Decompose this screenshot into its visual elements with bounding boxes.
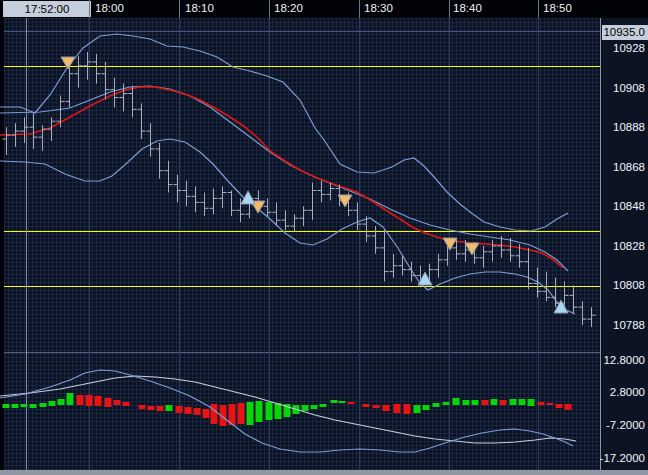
time-axis-label: 18:40 bbox=[453, 2, 482, 14]
price-axis-label: -7.2000 bbox=[606, 418, 645, 432]
time-axis-tick bbox=[269, 0, 270, 18]
time-axis-label: 18:50 bbox=[543, 2, 572, 14]
price-axis-label: 10808 bbox=[613, 278, 645, 292]
price-axis-label: -17.2000 bbox=[600, 451, 645, 465]
time-axis-tick bbox=[449, 0, 450, 18]
bottom-window-border bbox=[0, 470, 648, 475]
oscillator-panel[interactable] bbox=[4, 352, 600, 470]
main-chart-panel[interactable] bbox=[4, 18, 600, 352]
price-axis-label: 10788 bbox=[613, 318, 645, 332]
left-window-border bbox=[0, 18, 4, 470]
time-axis-tick bbox=[89, 0, 90, 18]
price-axis-label: 10828 bbox=[613, 239, 645, 253]
cursor-price-readout: 10935.0 bbox=[602, 25, 648, 40]
price-axis-label: 2.8000 bbox=[610, 385, 645, 399]
price-axis-label: 10848 bbox=[613, 199, 645, 213]
chart-window: 17:52:00 18:0018:1018:2018:3018:4018:50 … bbox=[0, 0, 648, 475]
time-axis-label: 18:10 bbox=[185, 2, 214, 14]
time-axis-label: 18:30 bbox=[364, 2, 393, 14]
cursor-time-readout: 17:52:00 bbox=[3, 1, 91, 17]
price-axis-label: 10868 bbox=[613, 160, 645, 174]
time-axis-label: 18:20 bbox=[274, 2, 303, 14]
price-axis-label: 10888 bbox=[613, 120, 645, 134]
price-axis-label: 12.8000 bbox=[603, 353, 645, 367]
time-axis-tick bbox=[359, 0, 360, 18]
time-axis[interactable]: 17:52:00 18:0018:1018:2018:3018:4018:50 bbox=[0, 0, 648, 18]
time-axis-tick bbox=[179, 0, 180, 18]
price-axis-label: 10908 bbox=[613, 81, 645, 95]
time-axis-label: 18:00 bbox=[95, 2, 124, 14]
price-axis-label: 10928 bbox=[613, 41, 645, 55]
time-axis-tick bbox=[538, 0, 539, 18]
price-axis[interactable]: 10935.0 10928109081088810868108481082810… bbox=[600, 18, 648, 470]
